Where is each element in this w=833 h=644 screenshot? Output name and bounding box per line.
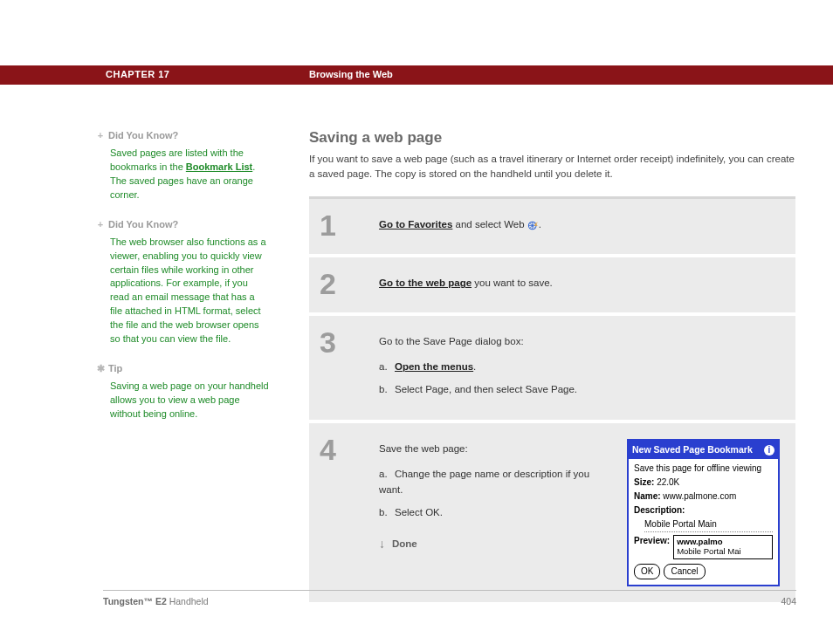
sidebar: +Did You Know? Saved pages are listed wi… xyxy=(94,129,269,437)
dialog-screenshot: New Saved Page Bookmark i Save this page… xyxy=(627,439,780,586)
plus-icon: + xyxy=(94,129,107,143)
step-1: 1 Go to Favorites and select Web . xyxy=(309,199,795,257)
step-4: 4 Save the web page: a.Change the page n… xyxy=(309,423,795,606)
note-heading: ✱Tip xyxy=(94,362,269,376)
note-body: Saving a web page on your handheld allow… xyxy=(110,380,269,421)
asterisk-icon: ✱ xyxy=(94,362,107,376)
substeps: a.Open the menus. b.Select Page, and the… xyxy=(379,359,780,398)
bookmark-list-link[interactable]: Bookmark List xyxy=(186,161,252,172)
done-marker: ↓Done xyxy=(379,533,615,552)
page-number: 404 xyxy=(781,596,796,606)
ok-button: OK xyxy=(634,564,660,579)
web-icon xyxy=(527,221,539,230)
substep: b.Select Page, and then select Save Page… xyxy=(379,381,780,397)
step-body: Save the web page: a.Change the page nam… xyxy=(379,437,780,586)
main-content: Saving a web page If you want to save a … xyxy=(309,129,795,606)
steps-list: 1 Go to Favorites and select Web . 2 Go … xyxy=(309,196,795,606)
note-heading: +Did You Know? xyxy=(94,129,269,143)
section-heading: Saving a web page xyxy=(309,129,795,147)
step-number: 2 xyxy=(314,271,379,297)
step-2: 2 Go to the web page you want to save. xyxy=(309,257,795,316)
step-3: 3 Go to the Save Page dialog box: a.Open… xyxy=(309,316,795,423)
substep: a.Change the page name or description if… xyxy=(379,466,615,498)
product-name: Tungsten™ E2 Handheld xyxy=(103,596,209,606)
step-body: Go to the Save Page dialog box: a.Open t… xyxy=(379,330,780,404)
go-to-favorites-link[interactable]: Go to Favorites xyxy=(379,219,452,230)
down-arrow-icon: ↓ xyxy=(379,534,385,553)
page-footer: Tungsten™ E2 Handheld 404 xyxy=(103,590,796,606)
chapter-label: CHAPTER 17 xyxy=(106,69,169,79)
go-to-web-page-link[interactable]: Go to the web page xyxy=(379,277,472,288)
note-heading: +Did You Know? xyxy=(94,218,269,232)
section-intro: If you want to save a web page (such as … xyxy=(309,152,795,181)
open-menus-link[interactable]: Open the menus xyxy=(395,361,473,372)
info-icon: i xyxy=(764,445,774,456)
note-body: The web browser also functions as a view… xyxy=(110,236,269,347)
dialog-titlebar: New Saved Page Bookmark i xyxy=(629,441,778,459)
sidebar-note: ✱Tip Saving a web page on your handheld … xyxy=(94,362,269,421)
chapter-title: Browsing the Web xyxy=(309,69,393,79)
chapter-header: CHAPTER 17 Browsing the Web xyxy=(0,65,833,85)
cancel-button: Cancel xyxy=(664,564,705,579)
substeps: a.Change the page name or description if… xyxy=(379,466,615,521)
step-body: Go to the web page you want to save. xyxy=(379,271,780,297)
sidebar-note: +Did You Know? Saved pages are listed wi… xyxy=(94,129,269,202)
preview-box: www.palmo Mobile Portal Mai xyxy=(673,535,773,559)
step-number: 4 xyxy=(314,437,379,586)
sidebar-note: +Did You Know? The web browser also func… xyxy=(94,218,269,346)
step-number: 1 xyxy=(314,213,379,238)
note-body: Saved pages are listed with the bookmark… xyxy=(110,147,269,202)
substep: a.Open the menus. xyxy=(379,359,780,374)
substep: b.Select OK. xyxy=(379,504,615,520)
step-body: Go to Favorites and select Web . xyxy=(379,213,780,238)
step-number: 3 xyxy=(314,330,379,404)
plus-icon: + xyxy=(94,218,107,232)
description-field: Mobile Portal Main xyxy=(644,518,773,532)
